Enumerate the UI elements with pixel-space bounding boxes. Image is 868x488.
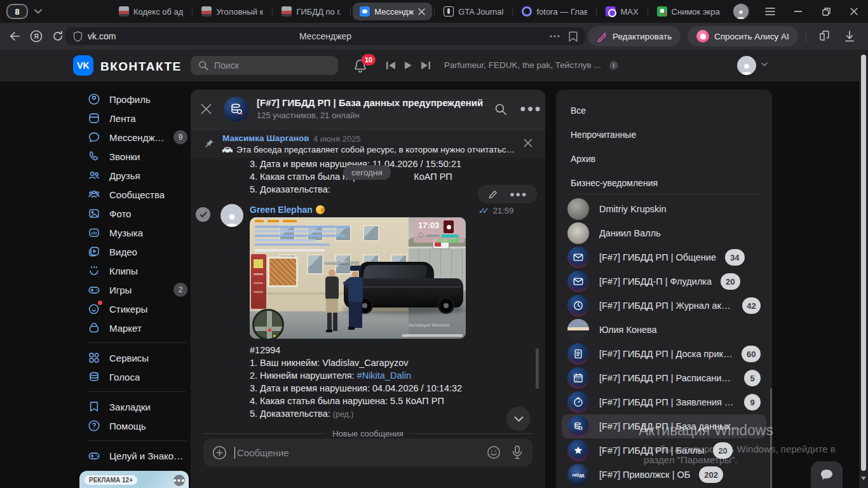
browser-tab-2[interactable]: Уголовный к (194, 3, 270, 20)
browser-menu-icon[interactable] (756, 0, 784, 23)
sidebar-item-video[interactable]: Видео (79, 242, 189, 261)
sidebar-item-communities[interactable]: Сообщества (79, 185, 189, 204)
sidebar-item-services[interactable]: Сервисы (79, 348, 189, 367)
chat-list-item[interactable]: Даниил Валль (562, 221, 766, 245)
sidebar-item-profile[interactable]: Профиль (79, 90, 189, 109)
play-icon[interactable] (404, 61, 412, 70)
scroll-to-bottom-button[interactable] (506, 407, 531, 431)
search-input[interactable]: Поиск (191, 56, 338, 75)
browser-tab-4[interactable]: Мессендж (353, 3, 432, 20)
browser-tab-3[interactable]: ГИБДД по г. (275, 3, 348, 20)
chat-filter-3[interactable]: Архив (556, 147, 772, 171)
browser-tab-1[interactable]: Кодекс об ад (112, 3, 190, 20)
unpin-close-icon[interactable] (524, 139, 532, 147)
chat-filter-2[interactable]: Непрочитанные (556, 123, 772, 147)
microphone-icon[interactable] (512, 445, 522, 459)
page-scrollbar-thumb[interactable] (861, 55, 866, 471)
sidebar-item-help[interactable]: Помощь (79, 416, 189, 435)
sidebar-item-bookmarks[interactable]: Закладки (79, 397, 189, 416)
chat-list-item[interactable]: [F#7] ГИБДД РП | Общение34 (562, 245, 766, 269)
sidebar-item-calls[interactable]: Звонки (79, 147, 189, 166)
chat-list-item[interactable]: гибдд[F#7] Приволжск | ОБ202 (562, 463, 766, 487)
browser-tab-7[interactable]: MAX (599, 3, 645, 20)
track-title[interactable]: Parfumeur, FEDUK, the pak, Тейстлув ... (444, 60, 601, 70)
ask-alice-button[interactable]: Спросить Алису AI (688, 26, 798, 46)
chat-list-item[interactable]: [F#7] ГИБДД РП | Журнал активн...42 (562, 294, 766, 318)
sidebar-item-feed[interactable]: Лента (79, 109, 189, 128)
sidebar-item-music[interactable]: Музыка (79, 223, 189, 242)
tab-list-chevron-icon[interactable] (34, 9, 42, 14)
ad-banner[interactable]: РЕКЛАМА 12+ ●●● (79, 471, 189, 488)
bookmark-icon[interactable] (569, 31, 578, 42)
message-body[interactable]: #12994 1. Ваш никнейм: Vladislav_Carapyz… (250, 344, 462, 421)
message-input[interactable]: Сообщение (203, 438, 532, 466)
browser-profile-avatar[interactable] (733, 4, 749, 19)
chat-list-item[interactable]: [F#7] ГИБДД РП | Баллы20 (562, 438, 766, 463)
vk-wordmark[interactable]: ВКОНТАКТЕ (100, 60, 182, 74)
chat-list-item[interactable]: [F#7] ГИБДД РП | Расписание пос...5 (562, 366, 766, 390)
scrollbar-down-arrow-icon[interactable] (861, 477, 866, 480)
chat-menu-icon[interactable]: ●●● (520, 103, 542, 114)
emoji-icon[interactable] (487, 445, 501, 459)
messages-scrollbar[interactable] (536, 348, 539, 389)
next-track-icon[interactable] (421, 61, 430, 70)
tab-label: Кодекс об ад (133, 7, 183, 17)
sidebar-item-clips[interactable]: Клипы (79, 261, 189, 280)
chat-list-item[interactable]: Юлия Конева (562, 318, 766, 342)
back-icon[interactable] (4, 25, 25, 47)
chat-list-item[interactable]: [F#7] ГИБДД РП | Доска приказов60 (562, 342, 766, 366)
sidebar-item-market[interactable]: Маркет (79, 318, 189, 337)
user-avatar[interactable] (737, 56, 756, 75)
pinned-message[interactable]: Максимка Шарганов 4 июня 2025 Эта беседа… (191, 129, 545, 158)
support-chat-button[interactable] (811, 461, 843, 488)
notifications-bell-icon[interactable]: 10 (353, 58, 369, 74)
site-protect-shield-icon[interactable] (73, 31, 83, 42)
more-actions-icon[interactable] (550, 35, 560, 37)
sidebar-item-voices[interactable]: Голоса (79, 367, 189, 386)
chat-list-scrollbar[interactable] (770, 388, 772, 488)
extensions-icon[interactable] (816, 28, 832, 44)
url-input[interactable]: Мессенджер vk.com (65, 27, 585, 45)
previous-track-icon[interactable] (386, 61, 396, 70)
gta-screenshot-attachment[interactable]: Nikita Dalin [RS] 17:03 83.446₽ Активаци… (250, 217, 466, 339)
sidebar-item-friends[interactable]: Друзья (79, 166, 189, 185)
pinned-author[interactable]: Максимка Шарганов (222, 133, 309, 143)
window-close-button[interactable] (840, 0, 868, 23)
chat-filter-1[interactable]: Все (556, 98, 772, 123)
chat-filter-4[interactable]: Бизнес-уведомления (556, 171, 772, 195)
yandex-browser-icon[interactable]: Я (25, 25, 47, 47)
window-restore-button[interactable] (812, 0, 840, 23)
browser-tab-5[interactable]: GTA Journal (437, 3, 510, 20)
sidebar-item-games[interactable]: Игры2 (79, 280, 189, 299)
ask-alice-label: Спросить Алису AI (714, 32, 789, 41)
browser-tab-6[interactable]: fotora — Глав (515, 3, 594, 20)
chat-list-item[interactable]: [F#7] ГИБДД РП | Заявления на о...9 (562, 390, 766, 414)
close-chat-icon[interactable] (201, 104, 212, 114)
sidebar-item-stickers[interactable]: Стикеры (79, 299, 189, 318)
edit-message-icon[interactable] (488, 189, 498, 200)
tab-counter[interactable]: 8 (6, 4, 28, 19)
chat-avatar-database-icon[interactable] (224, 97, 249, 122)
browser-tab-8[interactable]: Снимок экра (650, 3, 727, 20)
page-scrollbar[interactable] (859, 50, 868, 488)
chat-list-item[interactable]: Dmitriy Krupskin (562, 197, 766, 221)
tab-close-icon[interactable] (418, 8, 425, 15)
sidebar-item-messenger[interactable]: Мессенджер9 (79, 128, 189, 147)
chat-list-item[interactable]: [F#7] ГИБДД-П | Флудилка20 (562, 269, 766, 294)
account-chevron-icon[interactable] (761, 62, 768, 67)
edit-page-button[interactable]: Редактировать (588, 26, 681, 46)
sidebar-item-kissgame[interactable]: Целуй и Знакомься (79, 446, 189, 465)
sender-name[interactable]: Green Elephan (250, 205, 325, 215)
vk-logo[interactable]: VK (73, 55, 93, 76)
downloads-icon[interactable] (841, 28, 858, 44)
sender-avatar[interactable] (220, 204, 243, 227)
mention-link[interactable]: #Nikita_Dalin (357, 370, 411, 381)
window-minimize-button[interactable] (784, 0, 812, 23)
message-more-icon[interactable]: ●●● (510, 189, 527, 199)
message-read-check-icon[interactable] (196, 207, 210, 222)
chat-search-icon[interactable] (494, 103, 507, 116)
attach-icon[interactable] (212, 445, 227, 460)
chat-list-item[interactable]: [F#7] ГИБДД РП | База данных предуп... (562, 414, 766, 438)
sidebar-item-photos[interactable]: Фото (79, 204, 189, 223)
ad-options-icon[interactable]: ●●● (173, 475, 185, 486)
